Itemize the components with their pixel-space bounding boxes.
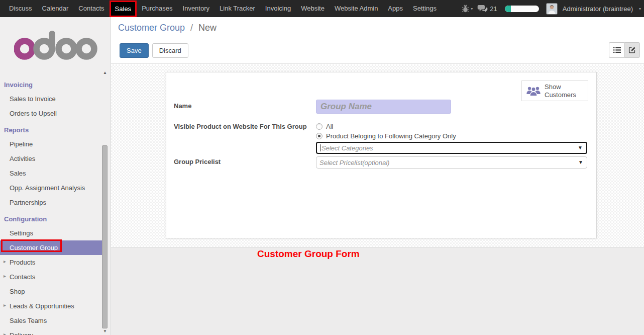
- sidebar-item-label: Opp. Assignment Analysis: [10, 184, 85, 192]
- sidebar-section-invoicing: Invoicing: [0, 75, 102, 92]
- sidebar-item-shop[interactable]: Shop: [0, 284, 102, 299]
- breadcrumb-separator: /: [190, 23, 193, 33]
- group-pricelist-label: Group Pricelist: [174, 158, 221, 165]
- radio-category-icon[interactable]: [316, 133, 323, 139]
- sidebar-section-reports: Reports: [0, 121, 102, 137]
- show-customers-label: Show Customers: [545, 83, 580, 99]
- sidebar-item-label: Leads & Opportunities: [10, 302, 74, 310]
- sidebar-item-label: Sales to Invoice: [10, 95, 56, 103]
- planner-progress-fill: [505, 6, 511, 12]
- nav-item-discuss[interactable]: Discuss: [4, 0, 37, 17]
- scrollbar-thumb[interactable]: [102, 145, 108, 328]
- sidebar-item-pipeline[interactable]: Pipeline: [0, 137, 102, 151]
- show-customers-button[interactable]: Show Customers: [521, 80, 588, 101]
- sidebar-item-products[interactable]: ▸Products: [0, 255, 102, 270]
- expand-caret-icon: ▸: [4, 302, 6, 308]
- sidebar-item-orders-to-upsell[interactable]: Orders to Upsell: [0, 106, 102, 121]
- sidebar-item-leads-opportunities[interactable]: ▸Leads & Opportunities: [0, 299, 102, 313]
- sidebar-item-contacts[interactable]: ▸Contacts: [0, 270, 102, 284]
- nav-item-settings[interactable]: Settings: [408, 0, 442, 17]
- save-button[interactable]: Save: [120, 43, 149, 58]
- planner-progressbar[interactable]: [505, 6, 539, 12]
- sidebar-item-label: Delivery: [10, 331, 33, 335]
- nav-item-apps[interactable]: Apps: [383, 0, 408, 17]
- radio-option-category[interactable]: Product Beloging to Following Category O…: [316, 132, 456, 140]
- expand-caret-icon: ▸: [4, 273, 6, 279]
- user-avatar[interactable]: [547, 4, 557, 14]
- sidebar-item-label: Contacts: [10, 273, 35, 281]
- radio-all-icon[interactable]: [316, 123, 323, 130]
- sidebar-item-label: Settings: [10, 229, 33, 237]
- expand-caret-icon: ▸: [4, 331, 6, 335]
- nav-items: DiscussCalendarContactsSalesPurchasesInv…: [0, 0, 442, 17]
- sidebar-item-delivery[interactable]: ▸Delivery: [0, 328, 102, 335]
- sidebar: InvoicingSales to InvoiceOrders to Upsel…: [0, 17, 111, 335]
- pricelist-placeholder: Select Pricelist(optional): [319, 159, 389, 166]
- sidebar-item-label: Orders to Upsell: [10, 110, 57, 117]
- user-menu[interactable]: Administrator (braintree): [563, 5, 633, 13]
- form-view-button[interactable]: [624, 42, 640, 58]
- below-form-area: Customer Group Form: [111, 247, 644, 335]
- sidebar-item-sales-to-invoice[interactable]: Sales to Invoice: [0, 92, 102, 106]
- form-view-background: Show Customers Name Visible Product on W…: [111, 64, 644, 247]
- nav-item-purchases[interactable]: Purchases: [137, 0, 177, 17]
- sidebar-item-label: Products: [10, 259, 35, 266]
- form-buttons: Save Discard: [120, 43, 188, 58]
- messages-button[interactable]: 21: [477, 5, 497, 13]
- sidebar-item-label: Shop: [10, 288, 25, 295]
- debug-bug-icon[interactable]: ▾: [462, 5, 473, 13]
- messages-count: 21: [490, 5, 497, 13]
- sidebar-item-partnerships[interactable]: Partnerships: [0, 195, 102, 210]
- nav-item-calendar[interactable]: Calendar: [37, 0, 74, 17]
- sidebar-item-label: Partnerships: [10, 199, 46, 206]
- sidebar-item-label: Sales: [10, 170, 26, 177]
- radio-option-all[interactable]: All: [316, 123, 333, 130]
- sidebar-menu: InvoicingSales to InvoiceOrders to Upsel…: [0, 75, 102, 335]
- odoo-logo[interactable]: [14, 30, 97, 60]
- main-area: Customer Group / New Save Discard: [111, 17, 644, 335]
- sidebar-section-configuration: Configuration: [0, 210, 102, 226]
- customers-group-icon: [526, 85, 541, 97]
- expand-caret-icon: ▸: [4, 259, 6, 264]
- sidebar-item-sales[interactable]: Sales: [0, 166, 102, 181]
- categories-placeholder: Select Categories: [321, 144, 373, 152]
- navbar-right: ▾ 21 Administrator (braintree) ▾: [462, 0, 641, 17]
- breadcrumb-parent-link[interactable]: Customer Group: [118, 23, 185, 33]
- group-name-input[interactable]: [316, 100, 451, 114]
- breadcrumb-current: New: [198, 23, 217, 33]
- radio-category-label: Product Beloging to Following Category O…: [326, 132, 456, 140]
- breadcrumb: Customer Group / New: [118, 23, 217, 33]
- scroll-down-icon[interactable]: ▼: [102, 329, 108, 334]
- sidebar-item-customer-group[interactable]: Customer Group: [0, 240, 102, 255]
- visible-product-label: Visible Product on Website For This Grou…: [174, 123, 307, 130]
- nav-item-website-admin[interactable]: Website Admin: [330, 0, 383, 17]
- top-navbar: DiscussCalendarContactsSalesPurchasesInv…: [0, 0, 644, 17]
- discard-button[interactable]: Discard: [152, 43, 188, 58]
- sidebar-item-activities[interactable]: Activities: [0, 151, 102, 166]
- nav-item-contacts[interactable]: Contacts: [73, 0, 109, 17]
- sidebar-item-sales-teams[interactable]: Sales Teams: [0, 313, 102, 328]
- text-cursor: [320, 144, 320, 151]
- sidebar-item-opp-assignment-analysis[interactable]: Opp. Assignment Analysis: [0, 181, 102, 195]
- sidebar-item-settings[interactable]: Settings: [0, 226, 102, 240]
- pricelist-select[interactable]: Select Pricelist(optional) ▼: [316, 156, 587, 169]
- scroll-up-icon[interactable]: ▲: [102, 70, 108, 75]
- sidebar-item-label: Sales Teams: [10, 317, 47, 324]
- nav-item-sales[interactable]: Sales: [110, 1, 137, 17]
- view-switcher: [609, 42, 640, 58]
- form-sheet: Show Customers Name Visible Product on W…: [166, 72, 597, 238]
- categories-select[interactable]: Select Categories ▼: [316, 142, 587, 154]
- nav-item-website[interactable]: Website: [296, 0, 330, 17]
- nav-item-invoicing[interactable]: Invoicing: [260, 0, 296, 17]
- control-panel: Customer Group / New Save Discard: [111, 17, 644, 64]
- nav-item-link-tracker[interactable]: Link Tracker: [214, 0, 260, 17]
- sidebar-item-label: Customer Group: [10, 244, 58, 252]
- annotation-caption: Customer Group Form: [257, 248, 644, 260]
- sidebar-scrollbar: ▲ ▼: [102, 70, 108, 334]
- nav-item-inventory[interactable]: Inventory: [178, 0, 214, 17]
- list-view-button[interactable]: [609, 42, 624, 58]
- user-menu-caret-icon: ▾: [639, 7, 641, 11]
- radio-all-label: All: [326, 123, 333, 130]
- name-field-label: Name: [174, 102, 191, 110]
- debug-caret-icon: ▾: [471, 7, 473, 11]
